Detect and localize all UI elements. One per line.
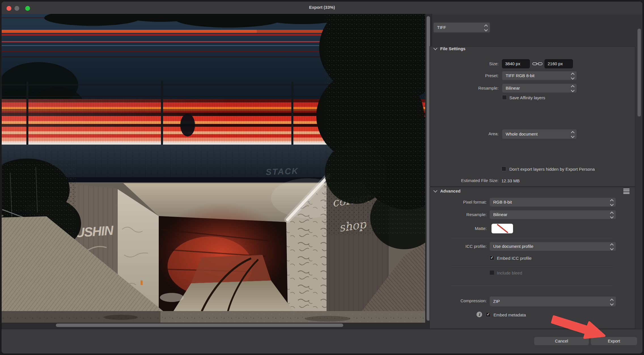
- embed-metadata-checkbox[interactable]: [486, 312, 491, 317]
- area-value: Whole document: [506, 132, 538, 136]
- advanced-resample-value: Bilinear: [493, 212, 507, 217]
- format-dropdown[interactable]: TIFF: [433, 22, 490, 33]
- compression-value: ZIP: [493, 299, 500, 304]
- size-label: Size:: [444, 59, 499, 68]
- dont-export-hidden-layers-label: Don't export layers hidden by Export Per…: [509, 167, 595, 172]
- area-label: Area:: [444, 129, 499, 138]
- include-bleed-label: Include bleed: [497, 271, 522, 275]
- resample-value: Bilinear: [506, 86, 520, 90]
- stepper-icon: [611, 212, 613, 218]
- size-width-input[interactable]: 3840 px: [502, 59, 530, 68]
- export-preview-image: STACK SUSHIN: [2, 14, 425, 323]
- stepper-icon: [611, 244, 613, 250]
- link-dimensions-icon[interactable]: [532, 61, 543, 66]
- preset-dropdown[interactable]: TIFF RGB 8-bit: [502, 71, 577, 80]
- advanced-menu-icon[interactable]: [623, 189, 630, 194]
- divider: [451, 286, 613, 286]
- compression-dropdown[interactable]: ZIP: [490, 296, 616, 307]
- embed-metadata-label: Embed metadata: [493, 312, 526, 317]
- stepper-icon: [571, 73, 574, 79]
- divider: [451, 266, 613, 267]
- file-settings-header[interactable]: File Settings: [440, 46, 465, 51]
- preset-label: Preset:: [444, 71, 499, 80]
- pixel-format-label: Pixel format:: [435, 198, 487, 207]
- matte-label: Matte:: [435, 224, 487, 233]
- export-button[interactable]: Export: [591, 337, 637, 345]
- dont-export-hidden-layers-checkbox[interactable]: [501, 166, 506, 171]
- estimated-file-size-label: Estimated File Size:: [444, 176, 499, 185]
- advanced-resample-dropdown[interactable]: Bilinear: [490, 210, 616, 219]
- format-dropdown-value: TIFF: [437, 25, 446, 30]
- save-affinity-layers-checkbox[interactable]: [502, 95, 507, 100]
- stepper-icon: [611, 200, 613, 206]
- settings-vertical-scrollbar-thumb[interactable]: [637, 29, 641, 117]
- cancel-button[interactable]: Cancel: [534, 337, 589, 345]
- icc-profile-label: ICC profile:: [435, 242, 487, 251]
- export-dialog: Export (33%): [1, 1, 643, 354]
- stepper-icon: [485, 25, 487, 31]
- divider: [451, 238, 613, 238]
- preset-value: TIFF RGB 8-bit: [506, 73, 535, 78]
- include-bleed-checkbox: [490, 270, 494, 275]
- info-icon[interactable]: i: [476, 312, 482, 317]
- stepper-icon: [571, 86, 574, 92]
- size-height-input[interactable]: 2160 px: [545, 59, 573, 68]
- titlebar: Export (33%): [1, 1, 643, 14]
- icc-profile-dropdown[interactable]: Use document profile: [490, 242, 616, 251]
- stepper-icon: [571, 132, 574, 138]
- resample-label: Resample:: [444, 84, 499, 93]
- icc-profile-value: Use document profile: [493, 244, 533, 249]
- advanced-header[interactable]: Advanced: [440, 189, 461, 193]
- advanced-section: [429, 187, 635, 329]
- resample-dropdown[interactable]: Bilinear: [502, 84, 577, 93]
- embed-icc-profile-label: Embed ICC profile: [497, 256, 532, 261]
- preview-horizontal-scrollbar-thumb[interactable]: [56, 324, 343, 327]
- matte-color-swatch[interactable]: [492, 224, 513, 233]
- stepper-icon: [611, 299, 613, 305]
- compression-label: Compression:: [435, 296, 487, 305]
- embed-icc-profile-checkbox[interactable]: [490, 255, 494, 260]
- area-dropdown[interactable]: Whole document: [502, 129, 577, 139]
- window-title: Export (33%): [1, 5, 643, 10]
- save-affinity-layers-label: Save Affinity layers: [509, 95, 545, 100]
- estimated-file-size-value: 12.33 MB: [501, 178, 520, 183]
- advanced-resample-label: Resample:: [435, 210, 487, 219]
- pixel-format-value: RGB 8-bit: [493, 200, 512, 204]
- pixel-format-dropdown[interactable]: RGB 8-bit: [490, 198, 616, 207]
